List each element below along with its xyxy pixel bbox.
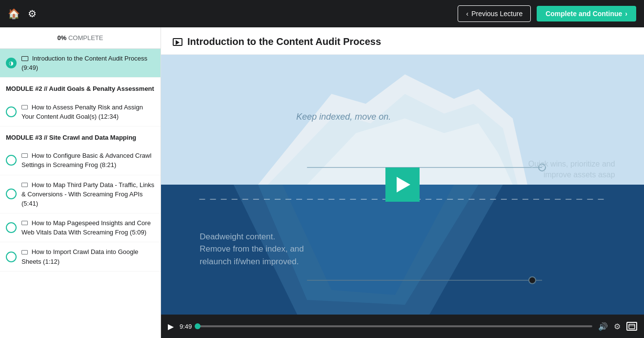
video-text-quick: Quick wins, prioritize and improve asset… <box>528 159 615 181</box>
half-circle-icon: ◑ <box>9 60 14 66</box>
sidebar-item-5[interactable]: How to Import Crawl Data into Google She… <box>0 242 161 271</box>
module-2-header: MODULE #2 // Audit Goals & Penalty Asses… <box>0 78 161 97</box>
play-button[interactable] <box>385 168 420 202</box>
video-controls: ▶ 9:49 🔊 ⚙ <box>161 315 644 338</box>
progress-dot <box>195 323 201 329</box>
sidebar-item-2[interactable]: How to Configure Basic & Advanced Crawl … <box>0 146 161 175</box>
sidebar-scroll[interactable]: ◑ Introduction to the Content Audit Proc… <box>0 49 161 338</box>
item-3-content: How to Map Third Party Data - Traffic, L… <box>21 180 155 209</box>
progress-indicator: 0% COMPLETE <box>0 27 161 49</box>
play-icon-header <box>173 38 182 46</box>
settings-icon[interactable]: ⚙ <box>28 8 37 20</box>
chevron-right-icon: › <box>625 10 627 18</box>
item-2-content: How to Configure Basic & Advanced Crawl … <box>21 151 155 169</box>
page-title: Introduction to the Content Audit Proces… <box>187 36 381 47</box>
item-circle-4 <box>6 222 17 233</box>
active-item-title: Introduction to the Content Audit Proces… <box>21 55 147 71</box>
settings-icon-video[interactable]: ⚙ <box>614 322 621 331</box>
sidebar-item-3[interactable]: How to Map Third Party Data - Traffic, L… <box>0 175 161 214</box>
sidebar-item-4[interactable]: How to Map Pagespeed Insights and Core W… <box>0 213 161 242</box>
top-nav: 🏠 ⚙ ‹ Previous Lecture Complete and Cont… <box>0 0 644 27</box>
svg-rect-14 <box>629 324 635 329</box>
module-3-header: MODULE #3 // Site Crawl and Data Mapping <box>0 127 161 146</box>
video-icon-1 <box>21 105 28 109</box>
previous-lecture-button[interactable]: ‹ Previous Lecture <box>458 5 531 22</box>
video-icon-3 <box>21 183 28 187</box>
video-text-dead: Deadweight content. Remove from the inde… <box>200 231 304 268</box>
video-icon-2 <box>21 153 28 158</box>
content-header: Introduction to the Content Audit Proces… <box>161 27 644 55</box>
video-progress-bar[interactable] <box>198 325 592 327</box>
play-pause-button[interactable]: ▶ <box>168 322 174 331</box>
item-circle-2 <box>6 155 17 166</box>
video-thumbnail[interactable]: Keep indexed, move on. Quick wins, prior… <box>161 55 644 315</box>
sidebar-item-1[interactable]: How to Assess Penalty Risk and Assign Yo… <box>0 98 161 127</box>
item-circle-5 <box>6 252 17 262</box>
active-item-content: Introduction to the Content Audit Proces… <box>21 54 155 72</box>
item-5-content: How to Import Crawl Data into Google She… <box>21 247 155 266</box>
video-icon-active <box>21 56 28 61</box>
item-1-content: How to Assess Penalty Risk and Assign Yo… <box>21 103 155 121</box>
item-3-title: How to Map Third Party Data - Traffic, L… <box>21 181 154 207</box>
chevron-left-icon: ‹ <box>466 10 468 18</box>
content-area: Introduction to the Content Audit Proces… <box>161 27 644 338</box>
item-2-title: How to Configure Basic & Advanced Crawl … <box>21 152 151 169</box>
video-text-keep: Keep indexed, move on. <box>296 112 391 122</box>
item-4-title: How to Map Pagespeed Insights and Core W… <box>21 219 151 236</box>
fullscreen-button[interactable] <box>626 322 637 331</box>
video-time: 9:49 <box>180 323 192 330</box>
video-player: Keep indexed, move on. Quick wins, prior… <box>161 55 644 338</box>
nav-right: ‹ Previous Lecture Complete and Continue… <box>458 5 636 22</box>
sidebar: 0% COMPLETE ◑ Introduction to the Conten… <box>0 27 161 338</box>
play-triangle-icon <box>397 177 410 192</box>
complete-and-continue-button[interactable]: Complete and Continue › <box>537 6 636 21</box>
video-icon-5 <box>21 250 28 254</box>
main-layout: 0% COMPLETE ◑ Introduction to the Conten… <box>0 27 644 338</box>
item-4-content: How to Map Pagespeed Insights and Core W… <box>21 218 155 237</box>
video-icon-4 <box>21 221 28 225</box>
item-circle-1 <box>6 106 17 117</box>
item-circle-icon: ◑ <box>6 58 17 68</box>
volume-icon[interactable]: 🔊 <box>598 322 608 331</box>
nav-left: 🏠 ⚙ <box>8 8 37 20</box>
fullscreen-icon <box>628 324 635 329</box>
home-icon[interactable]: 🏠 <box>8 8 20 20</box>
sidebar-item-active[interactable]: ◑ Introduction to the Content Audit Proc… <box>0 49 161 78</box>
item-1-title: How to Assess Penalty Risk and Assign Yo… <box>21 104 143 120</box>
svg-point-13 <box>529 277 536 284</box>
item-5-title: How to Import Crawl Data into Google She… <box>21 248 139 265</box>
item-circle-3 <box>6 189 17 199</box>
